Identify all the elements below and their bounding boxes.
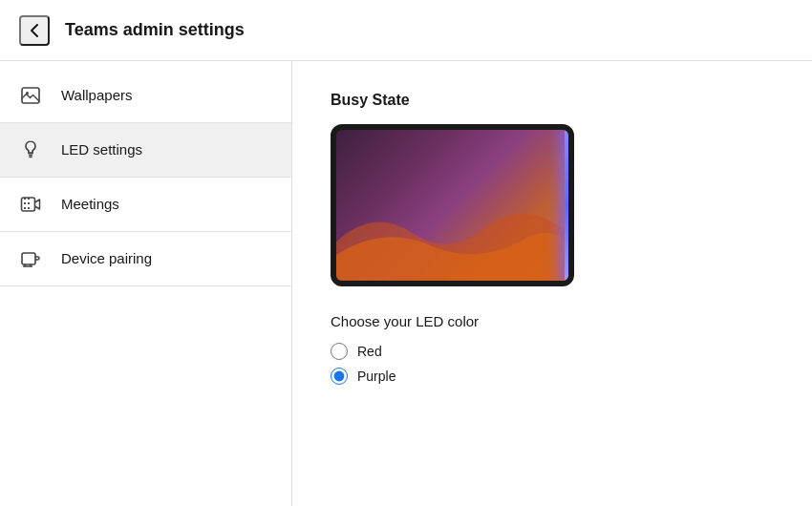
header: Teams admin settings xyxy=(0,0,812,61)
sidebar-item-led-label: LED settings xyxy=(61,141,142,158)
device-pairing-icon xyxy=(19,247,42,270)
sidebar: Wallpapers LED settings xyxy=(0,61,292,506)
svg-rect-9 xyxy=(24,207,26,209)
svg-rect-5 xyxy=(24,198,26,200)
meetings-icon xyxy=(19,193,42,216)
svg-rect-7 xyxy=(24,202,26,204)
svg-rect-10 xyxy=(28,207,30,209)
sidebar-item-device-pairing[interactable]: Device pairing xyxy=(0,232,291,285)
page-title: Teams admin settings xyxy=(65,20,245,40)
led-icon xyxy=(19,138,42,161)
svg-rect-8 xyxy=(28,202,30,204)
back-arrow-icon xyxy=(25,21,44,40)
led-glow-effect xyxy=(565,130,574,281)
sidebar-item-wallpapers[interactable]: Wallpapers xyxy=(0,69,291,122)
radio-purple[interactable] xyxy=(331,368,348,385)
svg-rect-11 xyxy=(22,253,35,264)
sidebar-item-led-settings[interactable]: LED settings xyxy=(0,123,291,177)
radio-red-label[interactable]: Red xyxy=(357,344,382,359)
wallpapers-icon xyxy=(19,84,42,107)
sidebar-item-wallpapers-label: Wallpapers xyxy=(61,87,132,103)
sidebar-item-device-pairing-label: Device pairing xyxy=(61,250,152,266)
device-preview xyxy=(331,124,574,286)
device-screen xyxy=(336,130,568,281)
divider-4 xyxy=(0,285,291,286)
radio-option-red[interactable]: Red xyxy=(331,343,774,360)
radio-red[interactable] xyxy=(331,343,348,360)
section-title: Busy State xyxy=(331,92,774,109)
main-layout: Wallpapers LED settings xyxy=(0,61,812,506)
content-area: Busy State Choose your LED color Red Pur… xyxy=(292,61,812,506)
wallpaper-wave xyxy=(336,190,568,281)
color-options-title: Choose your LED color xyxy=(331,313,774,329)
svg-rect-6 xyxy=(28,198,30,200)
sidebar-item-meetings-label: Meetings xyxy=(61,196,119,212)
sidebar-item-meetings[interactable]: Meetings xyxy=(0,178,291,231)
svg-rect-3 xyxy=(29,155,32,157)
radio-option-purple[interactable]: Purple xyxy=(331,368,774,385)
radio-purple-label[interactable]: Purple xyxy=(357,369,395,384)
svg-rect-2 xyxy=(29,153,33,155)
back-button[interactable] xyxy=(19,15,50,46)
